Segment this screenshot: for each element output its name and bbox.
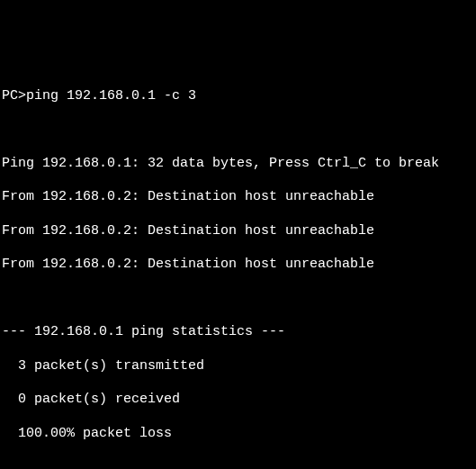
terminal-line	[2, 291, 476, 308]
terminal-line: 0 packet(s) received	[2, 392, 476, 409]
terminal-line: From 192.168.0.2: Destination host unrea…	[2, 223, 476, 240]
terminal-line: Ping 192.168.0.1: 32 data bytes, Press C…	[2, 156, 476, 173]
terminal-line	[2, 122, 476, 139]
terminal-line: PC>ping 192.168.0.1 -c 3	[2, 88, 476, 105]
terminal-line: --- 192.168.0.1 ping statistics ---	[2, 324, 476, 341]
terminal-line	[2, 459, 476, 469]
terminal-line: From 192.168.0.2: Destination host unrea…	[2, 257, 476, 274]
terminal-line: 100.00% packet loss	[2, 426, 476, 443]
terminal-line: From 192.168.0.2: Destination host unrea…	[2, 189, 476, 206]
terminal-line: 3 packet(s) transmitted	[2, 358, 476, 375]
terminal-output[interactable]: PC>ping 192.168.0.1 -c 3 Ping 192.168.0.…	[2, 71, 476, 469]
